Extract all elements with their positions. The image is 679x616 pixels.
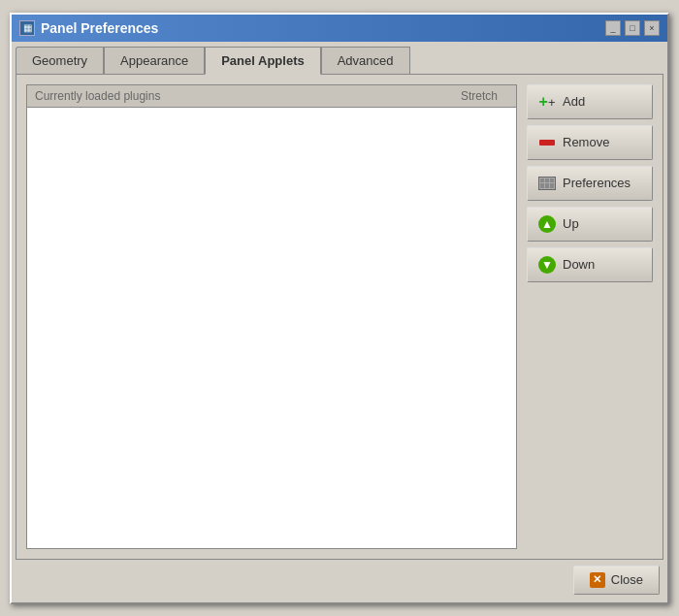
up-icon: ▲	[537, 214, 557, 234]
close-button[interactable]: ✕ Close	[573, 566, 660, 595]
preferences-label: Preferences	[563, 176, 630, 190]
close-window-button[interactable]: ×	[644, 20, 660, 36]
window-title: Panel Preferences	[41, 20, 158, 36]
remove-label: Remove	[563, 135, 609, 149]
col-header-stretch: Stretch	[450, 89, 508, 103]
titlebar: ▦ Panel Preferences _ □ ×	[12, 15, 667, 42]
tab-geometry[interactable]: Geometry	[16, 47, 104, 75]
panel-body: Currently loaded plugins Stretch + Add	[26, 84, 653, 549]
tab-content-panel-applets: Currently loaded plugins Stretch + Add	[16, 74, 663, 560]
content-area: Geometry Appearance Panel Applets Advanc…	[12, 42, 667, 602]
add-plus-icon: +	[538, 93, 556, 111]
tab-advanced[interactable]: Advanced	[321, 47, 410, 75]
remove-button[interactable]: Remove	[527, 125, 653, 160]
plugin-list-container: Currently loaded plugins Stretch	[26, 84, 517, 549]
close-x-icon: ✕	[590, 572, 605, 588]
preferences-button[interactable]: Preferences	[527, 166, 653, 201]
minimize-button[interactable]: _	[605, 20, 621, 36]
up-arrow-icon: ▲	[538, 215, 556, 233]
plugin-list-body[interactable]	[27, 108, 516, 548]
down-label: Down	[563, 257, 595, 272]
add-button[interactable]: + Add	[527, 84, 653, 119]
bottom-bar: ✕ Close	[16, 560, 663, 599]
plugin-list-header: Currently loaded plugins Stretch	[27, 85, 516, 108]
tab-bar: Geometry Appearance Panel Applets Advanc…	[16, 46, 663, 74]
side-buttons: + Add Remove	[527, 84, 653, 549]
main-window: ▦ Panel Preferences _ □ × Geometry Appea…	[10, 13, 669, 604]
preferences-icon	[537, 174, 557, 193]
titlebar-left: ▦ Panel Preferences	[19, 20, 158, 36]
titlebar-controls: _ □ ×	[605, 20, 660, 36]
remove-icon	[537, 133, 557, 152]
down-icon: ▼	[537, 255, 557, 275]
tab-panel-applets[interactable]: Panel Applets	[205, 47, 320, 75]
col-header-name: Currently loaded plugins	[35, 89, 450, 103]
down-arrow-icon: ▼	[538, 256, 556, 274]
down-button[interactable]: ▼ Down	[527, 247, 653, 282]
titlebar-icon: ▦	[19, 20, 35, 36]
up-button[interactable]: ▲ Up	[527, 207, 653, 242]
up-label: Up	[563, 216, 579, 231]
remove-minus-icon	[539, 140, 555, 146]
add-icon: +	[537, 92, 557, 112]
close-label: Close	[611, 572, 643, 587]
prefs-grid-icon	[538, 177, 556, 190]
tab-appearance[interactable]: Appearance	[104, 47, 205, 75]
maximize-button[interactable]: □	[625, 20, 640, 36]
add-label: Add	[563, 94, 585, 109]
